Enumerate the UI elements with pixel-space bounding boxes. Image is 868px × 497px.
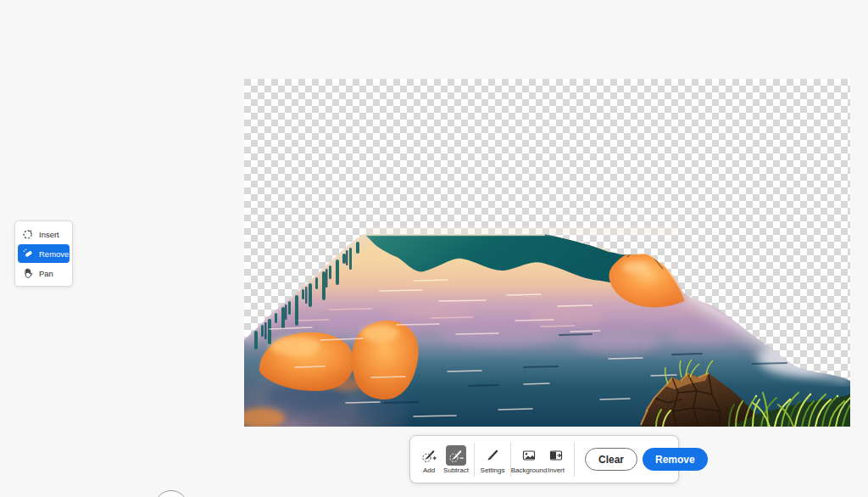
subtract-tool-button[interactable]: Subtract [445,445,467,474]
pan-mode-label: Pan [39,269,53,278]
add-tool-label: Add [423,466,435,474]
subtract-brush-icon [446,445,466,466]
subtract-tool-label: Subtract [443,466,469,474]
partial-circle-button[interactable] [154,490,188,497]
invert-tool-label: Invert [548,466,565,474]
insert-icon [22,228,34,240]
add-tool-button[interactable]: Add [418,445,440,474]
remove-button[interactable]: Remove [643,448,708,471]
remove-mode-label: Remove [39,249,69,259]
invert-icon [546,445,566,466]
settings-brush-icon [482,445,503,466]
settings-tool-label: Settings [481,466,505,474]
background-tool-label: Background [511,466,548,474]
invert-tool-button[interactable]: Invert [545,445,567,474]
pan-mode-button[interactable]: Pan [18,264,70,282]
canvas-area[interactable] [244,79,850,427]
clear-button[interactable]: Clear [585,448,637,471]
app-root: { "app": { "accent_color": "#1473e6", "b… [0,0,868,497]
insert-mode-label: Insert [39,230,59,239]
brush-toolbar: Add Subtract Settings Ba [409,435,679,483]
remove-mode-button[interactable]: Remove [18,244,70,263]
mode-toolbar: Insert Remove Pan [14,221,73,287]
pan-hand-icon [22,267,34,279]
background-tool-button[interactable]: Background [518,445,540,474]
insert-mode-button[interactable]: Insert [18,225,70,243]
remove-brush-icon [22,248,34,260]
edited-image-preview [244,79,850,427]
toolbar-divider [574,443,575,477]
add-brush-icon [419,445,439,466]
background-image-icon [519,445,539,466]
toolbar-divider [474,443,475,477]
settings-tool-button[interactable]: Settings [481,445,504,474]
